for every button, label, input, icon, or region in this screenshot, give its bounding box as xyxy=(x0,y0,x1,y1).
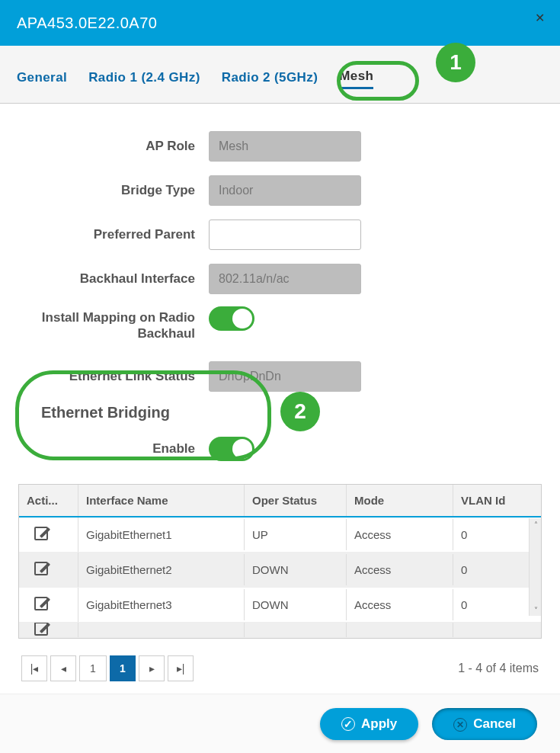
cell-oper: UP xyxy=(245,519,347,550)
install-mapping-toggle[interactable] xyxy=(209,306,254,331)
pager-page-input[interactable]: 1 xyxy=(79,655,107,681)
cell-oper: DOWN xyxy=(245,554,347,585)
table-row: GigabitEthernet1 UP Access 0 xyxy=(19,517,541,553)
check-circle-icon xyxy=(341,716,355,732)
edit-icon[interactable] xyxy=(34,597,48,610)
th-vlan-id: VLAN Id xyxy=(453,485,528,516)
modal-header: APA453.0E22.0A70 xyxy=(0,0,560,46)
ethernet-link-input xyxy=(209,361,361,392)
cell-mode: Access xyxy=(347,519,453,550)
modal-body: AP Role Bridge Type Preferred Parent Bac… xyxy=(0,104,560,686)
th-oper-status: Oper Status xyxy=(245,485,347,516)
tab-mesh[interactable]: Mesh xyxy=(339,69,373,89)
scroll-up-icon[interactable]: ˄ xyxy=(530,518,542,530)
cell-vlan: 0 xyxy=(453,589,528,620)
table-header-row: Acti... Interface Name Oper Status Mode … xyxy=(19,485,541,517)
callout-badge-2: 2 xyxy=(280,392,320,431)
interfaces-table: Acti... Interface Name Oper Status Mode … xyxy=(18,484,542,639)
cancel-button[interactable]: Cancel xyxy=(432,708,537,740)
edit-icon[interactable] xyxy=(34,623,48,636)
table-row: GigabitEthernet2 DOWN Access 0 xyxy=(19,553,541,588)
pager-prev-icon[interactable]: ◂ xyxy=(50,655,76,681)
cell-iface: GigabitEthernet3 xyxy=(78,589,245,620)
ap-role-label: AP Role xyxy=(18,138,209,154)
tab-general[interactable]: General xyxy=(17,70,67,88)
tab-radio2[interactable]: Radio 2 (5GHz) xyxy=(222,70,318,88)
cell-vlan: 0 xyxy=(453,519,528,550)
ethernet-link-label: Ethernet Link Status xyxy=(18,368,209,384)
preferred-parent-label: Preferred Parent xyxy=(18,226,209,242)
close-icon[interactable]: ✕ xyxy=(528,6,551,29)
th-action: Acti... xyxy=(19,485,78,516)
cell-iface: GigabitEthernet1 xyxy=(78,519,245,550)
cell-iface: GigabitEthernet2 xyxy=(78,554,245,585)
apply-label: Apply xyxy=(361,716,397,732)
pager-last-icon[interactable]: ▸| xyxy=(168,655,194,681)
pager-first-icon[interactable]: |◂ xyxy=(21,655,47,681)
scroll-down-icon[interactable]: ˅ xyxy=(530,604,542,616)
bridging-enable-toggle[interactable] xyxy=(209,437,254,461)
cell-oper: DOWN xyxy=(245,589,347,620)
modal-window: ✕ APA453.0E22.0A70 General Radio 1 (2.4 … xyxy=(0,0,560,753)
backhaul-interface-input xyxy=(209,264,361,294)
callout-badge-1: 1 xyxy=(436,43,475,82)
ap-role-input xyxy=(209,131,361,162)
table-row: GigabitEthernet3 DOWN Access 0 xyxy=(19,588,541,623)
tab-bar: General Radio 1 (2.4 GHz) Radio 2 (5GHz)… xyxy=(0,46,560,104)
bridging-enable-label: Enable xyxy=(18,441,209,457)
bridge-type-label: Bridge Type xyxy=(18,182,209,198)
pager-current-page[interactable]: 1 xyxy=(110,655,136,681)
th-interface-name: Interface Name xyxy=(78,485,245,516)
modal-footer: Apply Cancel xyxy=(0,694,560,753)
pager-next-icon[interactable]: ▸ xyxy=(139,655,165,681)
pager-info: 1 - 4 of 4 items xyxy=(458,662,539,675)
backhaul-interface-label: Backhaul Interface xyxy=(18,271,209,287)
apply-button[interactable]: Apply xyxy=(320,708,418,740)
preferred-parent-input[interactable] xyxy=(209,219,361,250)
cell-mode: Access xyxy=(347,589,453,620)
cancel-label: Cancel xyxy=(473,716,516,732)
modal-title: APA453.0E22.0A70 xyxy=(17,14,157,32)
cell-mode: Access xyxy=(347,554,453,585)
th-mode: Mode xyxy=(347,485,453,516)
table-row xyxy=(19,623,541,638)
install-mapping-label: Install Mapping on Radio Backhaul xyxy=(18,306,209,342)
cross-circle-icon xyxy=(453,716,467,732)
bridge-type-input xyxy=(209,175,361,206)
tab-radio1[interactable]: Radio 1 (2.4 GHz) xyxy=(88,70,200,88)
edit-icon[interactable] xyxy=(34,527,48,540)
table-scrollbar[interactable]: ˄ ˅ xyxy=(529,518,541,616)
pager: |◂ ◂ 1 1 ▸ ▸| 1 - 4 of 4 items xyxy=(18,651,542,686)
cell-vlan: 0 xyxy=(453,554,528,585)
edit-icon[interactable] xyxy=(34,562,48,575)
